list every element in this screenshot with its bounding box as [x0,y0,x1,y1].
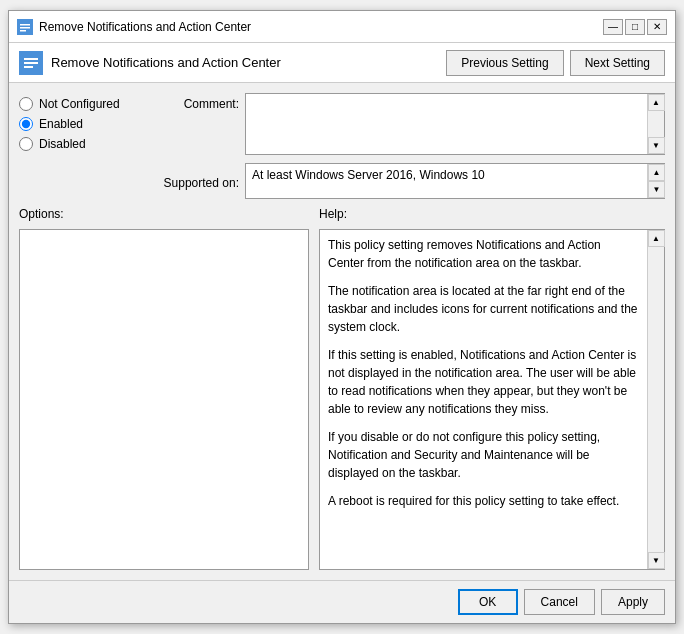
help-label: Help: [319,207,347,221]
next-setting-button[interactable]: Next Setting [570,50,665,76]
minimize-button[interactable]: — [603,19,623,35]
svg-rect-6 [24,62,38,64]
help-container: This policy setting removes Notification… [319,229,665,570]
content-area: Not Configured Enabled Disabled Comment: [9,83,675,580]
options-box [19,229,309,570]
radio-group: Not Configured Enabled Disabled [19,93,149,199]
help-scroll-track [648,247,664,552]
supported-scrollbar: ▲ ▼ [647,164,664,198]
svg-rect-5 [24,58,38,60]
header-buttons: Previous Setting Next Setting [446,50,665,76]
disabled-label: Disabled [39,137,86,151]
options-panel [19,229,309,570]
window-title: Remove Notifications and Action Center [39,20,603,34]
help-paragraph: If this setting is enabled, Notification… [328,346,639,418]
not-configured-option[interactable]: Not Configured [19,97,149,111]
comment-scroll-up[interactable]: ▲ [648,94,665,111]
header-title: Remove Notifications and Action Center [51,55,446,70]
help-paragraph: If you disable or do not configure this … [328,428,639,482]
middle-section: This policy setting removes Notification… [19,229,665,570]
cancel-button[interactable]: Cancel [524,589,595,615]
help-panel: This policy setting removes Notification… [319,229,665,570]
comment-scrollbar: ▲ ▼ [647,94,664,154]
help-scroll-down[interactable]: ▼ [648,552,665,569]
section-labels-row: Options: Help: [19,207,665,221]
comment-group: Comment: ▲ ▼ [159,93,665,155]
enabled-label: Enabled [39,117,83,131]
help-label-container: Help: [319,207,665,221]
footer: OK Cancel Apply [9,580,675,623]
top-section: Not Configured Enabled Disabled Comment: [19,93,665,199]
title-bar: Remove Notifications and Action Center —… [9,11,675,43]
enabled-radio[interactable] [19,117,33,131]
svg-rect-2 [20,27,30,29]
supported-value: At least Windows Server 2016, Windows 10 [246,164,647,198]
enabled-option[interactable]: Enabled [19,117,149,131]
help-scrollbar: ▲ ▼ [647,230,664,569]
comment-textarea[interactable] [246,94,647,154]
supported-scroll-up[interactable]: ▲ [648,164,665,181]
close-button[interactable]: ✕ [647,19,667,35]
help-scroll-up[interactable]: ▲ [648,230,665,247]
options-label: Options: [19,207,64,221]
help-paragraph: This policy setting removes Notification… [328,236,639,272]
supported-label: Supported on: [159,172,239,190]
main-window: Remove Notifications and Action Center —… [8,10,676,624]
window-icon [17,19,33,35]
title-controls: — □ ✕ [603,19,667,35]
header-bar: Remove Notifications and Action Center P… [9,43,675,83]
right-section: Comment: ▲ ▼ Supported on: At least [159,93,665,199]
policy-icon [19,51,43,75]
help-text-box: This policy setting removes Notification… [320,230,647,569]
apply-button[interactable]: Apply [601,589,665,615]
help-paragraph: The notification area is located at the … [328,282,639,336]
not-configured-label: Not Configured [39,97,120,111]
not-configured-radio[interactable] [19,97,33,111]
svg-rect-3 [20,30,26,32]
prev-setting-button[interactable]: Previous Setting [446,50,563,76]
help-paragraph: A reboot is required for this policy set… [328,492,639,510]
ok-button[interactable]: OK [458,589,518,615]
supported-scroll-down[interactable]: ▼ [648,181,665,198]
svg-rect-7 [24,66,33,68]
comment-field-container: ▲ ▼ [245,93,665,155]
supported-group: Supported on: At least Windows Server 20… [159,163,665,199]
comment-scroll-down[interactable]: ▼ [648,137,665,154]
maximize-button[interactable]: □ [625,19,645,35]
comment-scroll-track [648,111,664,137]
disabled-radio[interactable] [19,137,33,151]
supported-field-container: At least Windows Server 2016, Windows 10… [245,163,665,199]
options-label-container: Options: [19,207,309,221]
comment-label: Comment: [159,93,239,111]
disabled-option[interactable]: Disabled [19,137,149,151]
svg-rect-1 [20,24,30,26]
